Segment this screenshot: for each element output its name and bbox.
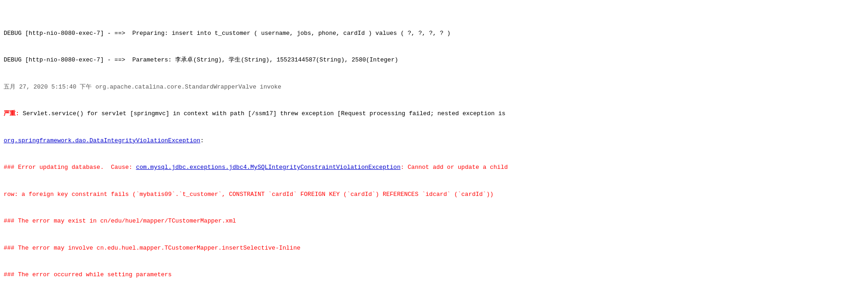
exception-link-line: org.springframework.dao.DataIntegrityVio… <box>4 136 864 145</box>
severe-line: 严重: Servlet.service() for servlet [sprin… <box>4 109 864 118</box>
error-hash-2: ### The error may exist in cn/edu/huel/m… <box>4 217 864 226</box>
console-output: DEBUG [http-nio-8080-exec-7] - ==> Prepa… <box>0 0 868 290</box>
timestamp-line: 五月 27, 2020 5:15:40 下午 org.apache.catali… <box>4 83 864 92</box>
error-hash-4: ### The error occurred while setting par… <box>4 270 864 279</box>
severe-label: 严重: <box>4 110 23 117</box>
error-hash-1: ### Error updating database. Cause: com.… <box>4 163 864 172</box>
exception-class-link[interactable]: org.springframework.dao.DataIntegrityVio… <box>4 137 200 144</box>
cause-exception-link-1[interactable]: com.mysql.jdbc.exceptions.jdbc4.MySQLInt… <box>136 164 401 171</box>
debug-line-2: DEBUG [http-nio-8080-exec-7] - ==> Param… <box>4 56 864 65</box>
debug-line-1: DEBUG [http-nio-8080-exec-7] - ==> Prepa… <box>4 29 864 38</box>
error-hash-1-cont: row: a foreign key constraint fails (`my… <box>4 190 864 199</box>
error-hash-3: ### The error may involve cn.edu.huel.ma… <box>4 244 864 253</box>
